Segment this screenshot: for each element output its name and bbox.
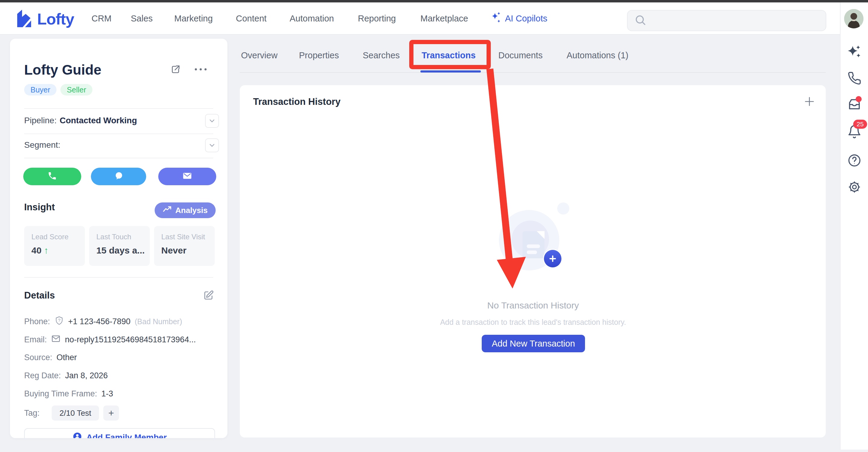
pipeline-dropdown-button[interactable] <box>205 114 219 128</box>
person-add-icon <box>72 432 82 439</box>
lofty-logo-icon <box>17 9 32 29</box>
email-detail-row: Email: no-reply151192546984518173964... <box>24 334 196 345</box>
lead-profile-card: Lofty Guide Buyer Seller Pipeline: Conta… <box>10 39 227 438</box>
stat-label: Last Site Visit <box>161 233 215 241</box>
stat-label: Last Touch <box>96 233 150 241</box>
buying-time-frame-row: Buying Time Frame: 1-3 <box>24 389 113 398</box>
phone-detail-row: Phone: ? +1 123-456-7890 (Bad Number) <box>24 316 182 328</box>
share-icon[interactable] <box>170 64 181 76</box>
analysis-button[interactable]: Analysis <box>155 203 216 218</box>
brand-name: Lofty <box>37 10 74 28</box>
notification-count-badge: 25 <box>853 120 867 129</box>
inbox-unread-dot <box>856 96 862 102</box>
tab-transactions[interactable]: Transactions <box>422 48 476 62</box>
tab-searches[interactable]: Searches <box>363 48 400 62</box>
edit-details-icon[interactable] <box>203 290 214 302</box>
segment-label: Segment: <box>24 140 60 150</box>
transaction-history-panel: Transaction History No Transaction Histo… <box>240 85 826 438</box>
reg-date-label: Reg Date: <box>24 371 61 381</box>
tab-documents[interactable]: Documents <box>498 48 543 62</box>
add-tag-button[interactable]: + <box>103 405 119 421</box>
nav-item-sales[interactable]: Sales <box>131 2 153 35</box>
email-button[interactable] <box>158 168 216 185</box>
text-message-button[interactable] <box>91 168 146 185</box>
active-tab-indicator <box>421 70 481 72</box>
source-label: Source: <box>24 353 52 362</box>
pipeline-label: Pipeline: <box>24 116 57 125</box>
empty-state-title: No Transaction History <box>427 300 639 310</box>
phone-call-icon[interactable] <box>847 71 861 86</box>
plus-badge-icon <box>544 250 561 267</box>
segment-field: Segment: <box>24 140 60 150</box>
nav-item-marketing[interactable]: Marketing <box>174 2 213 35</box>
empty-state-small-circle <box>557 203 569 214</box>
verified-shield-icon[interactable]: ? <box>54 316 64 328</box>
svg-text:?: ? <box>58 318 60 323</box>
add-family-member-button[interactable]: Add Family Member <box>24 428 215 438</box>
empty-state-subtitle: Add a transaction to track this lead's t… <box>382 318 684 327</box>
call-button[interactable] <box>23 168 81 185</box>
source-detail-row: Source: Other <box>24 353 77 362</box>
email-value[interactable]: no-reply151192546984518173964... <box>65 335 196 344</box>
document-illustration <box>523 231 545 258</box>
nav-item-automation[interactable]: Automation <box>290 2 334 35</box>
nav-item-content[interactable]: Content <box>236 2 267 35</box>
last-touch-card: Last Touch 15 days a... <box>89 226 150 266</box>
phone-label: Phone: <box>24 317 50 326</box>
tab-automations[interactable]: Automations (1) <box>566 48 628 62</box>
reg-date-value: Jan 8, 2026 <box>65 371 108 381</box>
add-family-member-label: Add Family Member <box>86 433 167 438</box>
add-transaction-plus-icon[interactable] <box>803 95 815 109</box>
nav-item-marketplace[interactable]: Marketplace <box>421 2 468 35</box>
lofty-logo[interactable]: Lofty <box>17 9 74 29</box>
up-arrow-icon: ↑ <box>44 245 48 255</box>
envelope-icon <box>182 171 193 182</box>
buying-time-frame-label: Buying Time Frame: <box>24 389 97 398</box>
right-sidebar <box>840 2 868 450</box>
insight-stats: Lead Score 40 ↑ Last Touch 15 days a... … <box>24 226 215 266</box>
reg-date-detail-row: Reg Date: Jan 8, 2026 <box>24 371 108 381</box>
ai-copilots-label: AI Copilots <box>505 13 547 24</box>
global-search[interactable] <box>627 10 826 31</box>
nav-item-crm[interactable]: CRM <box>92 2 112 35</box>
user-avatar[interactable] <box>844 9 864 28</box>
tag-label: Tag: <box>24 409 39 418</box>
tab-properties[interactable]: Properties <box>299 48 339 62</box>
stat-value: 15 days a... <box>96 245 145 255</box>
pipeline-value: Contacted Working <box>60 116 137 125</box>
stat-label: Lead Score <box>31 233 85 241</box>
more-options-icon[interactable] <box>195 68 207 70</box>
phone-value[interactable]: +1 123-456-7890 <box>68 317 130 326</box>
add-new-transaction-button[interactable]: Add New Transaction <box>482 335 585 352</box>
segment-dropdown-button[interactable] <box>205 139 219 152</box>
stat-value: Never <box>161 245 186 255</box>
analysis-label: Analysis <box>176 206 208 215</box>
phone-status-note: (Bad Number) <box>135 317 182 326</box>
mail-icon[interactable] <box>51 334 61 345</box>
settings-gear-icon[interactable] <box>847 180 861 195</box>
tag-chip[interactable]: 2/10 Test <box>52 405 99 421</box>
divider <box>24 133 213 134</box>
ai-sparkles-icon[interactable] <box>847 45 861 60</box>
details-heading: Details <box>24 290 55 301</box>
nav-item-ai-copilots[interactable]: AI Copilots <box>491 2 547 35</box>
insight-heading: Insight <box>24 202 55 213</box>
lofty-crm-app: Lofty CRM Sales Marketing Content Automa… <box>0 0 868 452</box>
seller-badge[interactable]: Seller <box>60 84 92 95</box>
divider <box>24 108 213 109</box>
source-value: Other <box>57 353 77 362</box>
last-site-visit-card: Last Site Visit Never <box>154 226 215 266</box>
top-nav-bar: Lofty CRM Sales Marketing Content Automa… <box>0 2 840 35</box>
help-icon[interactable] <box>847 153 861 169</box>
lead-name: Lofty Guide <box>24 62 101 78</box>
search-input[interactable] <box>651 16 820 25</box>
email-label: Email: <box>24 335 47 344</box>
phone-icon <box>48 171 57 182</box>
tab-overview[interactable]: Overview <box>241 48 278 62</box>
trend-line-icon <box>163 206 172 215</box>
nav-item-reporting[interactable]: Reporting <box>358 2 396 35</box>
transaction-history-heading: Transaction History <box>253 96 340 107</box>
buyer-badge[interactable]: Buyer <box>24 84 57 95</box>
stat-value: 40 <box>31 245 41 255</box>
pipeline-field: Pipeline: Contacted Working <box>24 116 137 125</box>
